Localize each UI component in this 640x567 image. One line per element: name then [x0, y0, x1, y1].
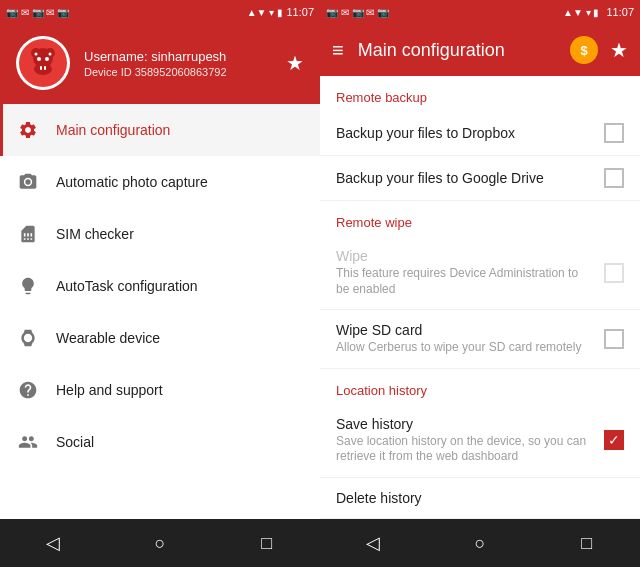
svg-point-7: [35, 53, 38, 56]
svg-rect-10: [44, 66, 46, 70]
option-wipe-text: Wipe This feature requires Device Admini…: [336, 248, 592, 297]
option-save-history[interactable]: Save history Save location history on th…: [320, 404, 640, 478]
user-info: Username: sinharrupesh Device ID 3589520…: [84, 49, 227, 78]
battery-icon: ▮: [277, 7, 283, 18]
right-signal-icon: ▲▼ ▾ ▮: [563, 7, 599, 18]
svg-rect-9: [40, 66, 42, 70]
option-backup-dropbox-text: Backup your files to Dropbox: [336, 125, 592, 141]
left-header: Username: sinharrupesh Device ID 3589520…: [0, 24, 320, 104]
option-wipe: Wipe This feature requires Device Admini…: [320, 236, 640, 310]
left-bottom-bar: ◁ ○ □: [0, 519, 320, 567]
right-status-icons: 📷 ✉ 📷 ✉ 📷: [326, 7, 389, 18]
time-left: 11:07: [286, 6, 314, 18]
option-save-history-title: Save history: [336, 416, 592, 432]
nav-item-autotask[interactable]: AutoTask configuration: [0, 260, 320, 312]
right-header-icons: $ ★: [570, 36, 628, 64]
camera-icon: [16, 170, 40, 194]
right-status-right: ▲▼ ▾ ▮ 11:07: [563, 6, 634, 18]
recent-button-left[interactable]: □: [237, 519, 297, 567]
nav-item-wearable[interactable]: Wearable device: [0, 312, 320, 364]
nav-label-photo-capture: Automatic photo capture: [56, 174, 208, 190]
option-backup-dropbox-title: Backup your files to Dropbox: [336, 125, 592, 141]
wifi-icon: ▾: [269, 7, 274, 18]
option-backup-gdrive[interactable]: Backup your files to Google Drive: [320, 156, 640, 201]
bulb-icon: [16, 274, 40, 298]
section-location-history: Location history: [320, 369, 640, 404]
menu-icon[interactable]: ≡: [332, 39, 344, 62]
right-status-bar: 📷 ✉ 📷 ✉ 📷 ▲▼ ▾ ▮ 11:07: [320, 0, 640, 24]
option-backup-gdrive-title: Backup your files to Google Drive: [336, 170, 592, 186]
svg-point-5: [37, 57, 41, 61]
notification-icons: 📷 ✉ 📷 ✉ 📷: [6, 7, 69, 18]
option-delete-history-title: Delete history: [336, 490, 624, 506]
option-wipe-sd-text: Wipe SD card Allow Cerberus to wipe your…: [336, 322, 592, 356]
option-wipe-sd[interactable]: Wipe SD card Allow Cerberus to wipe your…: [320, 310, 640, 369]
nav-list: Main configuration Automatic photo captu…: [0, 104, 320, 519]
left-status-bar: 📷 ✉ 📷 ✉ 📷 ▲▼ ▾ ▮ 11:07: [0, 0, 320, 24]
header-star-icon[interactable]: ★: [286, 51, 304, 75]
social-icon: [16, 430, 40, 454]
nav-label-help: Help and support: [56, 382, 163, 398]
signal-icon: ▲▼: [247, 7, 267, 18]
option-delete-history-text: Delete history: [336, 490, 624, 506]
section-remote-backup: Remote backup: [320, 76, 640, 111]
checkbox-wipe-sd[interactable]: [604, 329, 624, 349]
nav-label-sim-checker: SIM checker: [56, 226, 134, 242]
right-panel: 📷 ✉ 📷 ✉ 📷 ▲▼ ▾ ▮ 11:07 ≡ Main configurat…: [320, 0, 640, 567]
nav-item-social[interactable]: Social: [0, 416, 320, 468]
nav-label-autotask: AutoTask configuration: [56, 278, 198, 294]
nav-item-sim-checker[interactable]: SIM checker: [0, 208, 320, 260]
option-save-history-text: Save history Save location history on th…: [336, 416, 592, 465]
watch-icon: [16, 326, 40, 350]
left-panel: 📷 ✉ 📷 ✉ 📷 ▲▼ ▾ ▮ 11:07: [0, 0, 320, 567]
svg-point-6: [45, 57, 49, 61]
option-delete-history[interactable]: Delete history: [320, 478, 640, 519]
home-button-right[interactable]: ○: [450, 519, 510, 567]
help-icon: [16, 378, 40, 402]
back-button-left[interactable]: ◁: [23, 519, 83, 567]
option-wipe-title: Wipe: [336, 248, 592, 264]
nav-label-wearable: Wearable device: [56, 330, 160, 346]
right-content: Remote backup Backup your files to Dropb…: [320, 76, 640, 519]
checkbox-backup-gdrive[interactable]: [604, 168, 624, 188]
right-header: ≡ Main configuration $ ★: [320, 24, 640, 76]
avatar: [16, 36, 70, 90]
right-title: Main configuration: [358, 40, 556, 61]
nav-item-help[interactable]: Help and support: [0, 364, 320, 416]
nav-label-main-config: Main configuration: [56, 122, 170, 138]
sim-icon: [16, 222, 40, 246]
left-status-icons: 📷 ✉ 📷 ✉ 📷: [6, 7, 69, 18]
left-status-right: ▲▼ ▾ ▮ 11:07: [247, 6, 314, 18]
option-wipe-sd-subtitle: Allow Cerberus to wipe your SD card remo…: [336, 340, 592, 356]
right-notification-icons: 📷 ✉ 📷 ✉ 📷: [326, 7, 389, 18]
checkbox-save-history[interactable]: ✓: [604, 430, 624, 450]
option-save-history-subtitle: Save location history on the device, so …: [336, 434, 592, 465]
right-star-icon[interactable]: ★: [610, 38, 628, 62]
option-wipe-subtitle: This feature requires Device Administrat…: [336, 266, 592, 297]
option-wipe-sd-title: Wipe SD card: [336, 322, 592, 338]
svg-point-8: [49, 53, 52, 56]
nav-item-photo-capture[interactable]: Automatic photo capture: [0, 156, 320, 208]
coin-icon: $: [570, 36, 598, 64]
device-id: Device ID 358952060863792: [84, 66, 227, 78]
right-time: 11:07: [606, 6, 634, 18]
option-backup-gdrive-text: Backup your files to Google Drive: [336, 170, 592, 186]
checkbox-backup-dropbox[interactable]: [604, 123, 624, 143]
option-backup-dropbox[interactable]: Backup your files to Dropbox: [320, 111, 640, 156]
username: Username: sinharrupesh: [84, 49, 227, 64]
settings-icon: [16, 118, 40, 142]
right-bottom-bar: ◁ ○ □: [320, 519, 640, 567]
nav-item-main-config[interactable]: Main configuration: [0, 104, 320, 156]
nav-label-social: Social: [56, 434, 94, 450]
back-button-right[interactable]: ◁: [343, 519, 403, 567]
recent-button-right[interactable]: □: [557, 519, 617, 567]
checkbox-wipe: [604, 263, 624, 283]
home-button-left[interactable]: ○: [130, 519, 190, 567]
svg-point-4: [34, 63, 52, 75]
section-remote-wipe: Remote wipe: [320, 201, 640, 236]
